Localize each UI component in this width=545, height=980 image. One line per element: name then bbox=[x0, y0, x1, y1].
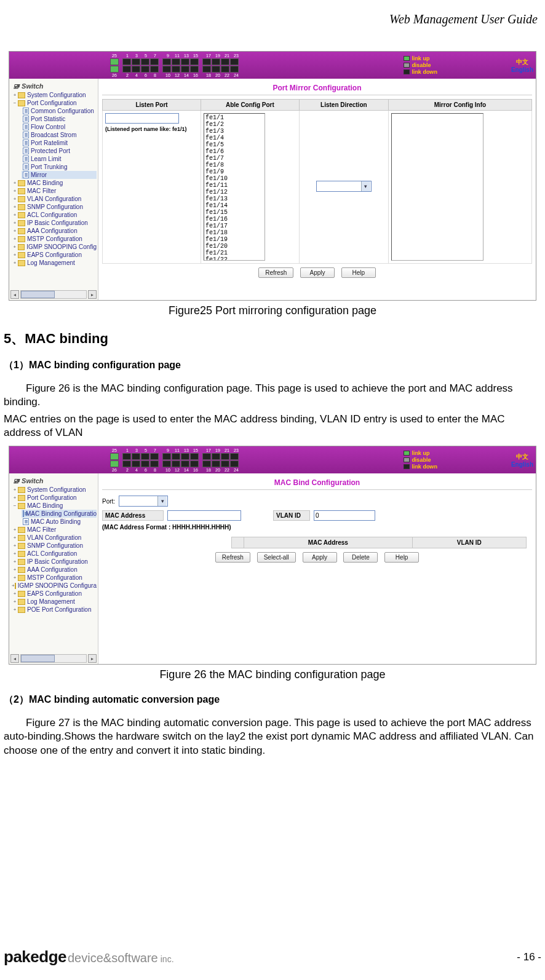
port-cell[interactable] bbox=[190, 460, 199, 467]
port-cell[interactable] bbox=[212, 66, 220, 73]
port-option[interactable]: fe1/5 bbox=[205, 141, 263, 148]
port-cell[interactable] bbox=[122, 66, 131, 73]
port-cell[interactable] bbox=[110, 453, 119, 460]
port-option[interactable]: fe1/15 bbox=[205, 209, 263, 216]
tree-item[interactable]: +MAC Binding bbox=[10, 179, 97, 187]
port-cell[interactable] bbox=[221, 58, 229, 65]
tree-item[interactable]: +ACL Configuration bbox=[10, 550, 97, 558]
port-cell[interactable] bbox=[141, 453, 149, 460]
help-button[interactable]: Help bbox=[384, 552, 419, 563]
tree-item[interactable]: Broadcast Strom bbox=[22, 131, 97, 139]
port-cell[interactable] bbox=[141, 58, 149, 65]
port-cell[interactable] bbox=[122, 453, 131, 460]
refresh-button[interactable]: Refresh bbox=[215, 552, 250, 563]
select-all-button[interactable]: Select-all bbox=[257, 552, 296, 563]
tree-item[interactable]: +POE Port Configuration bbox=[10, 606, 97, 614]
port-cell[interactable] bbox=[162, 66, 171, 73]
port-option[interactable]: fe1/4 bbox=[205, 135, 263, 141]
tree-item[interactable]: +SNMP Configuration bbox=[10, 542, 97, 550]
tree-item[interactable]: Port Ratelimit bbox=[22, 139, 97, 147]
port-cell[interactable] bbox=[221, 66, 229, 73]
tree-item[interactable]: Mirror bbox=[22, 171, 97, 179]
port-cell[interactable] bbox=[162, 58, 171, 65]
port-cell[interactable] bbox=[110, 58, 119, 65]
nav-tree[interactable]: 🖳 Switch +System Configuration−Port Conf… bbox=[9, 79, 98, 300]
scroll-left-icon[interactable]: ◂ bbox=[10, 654, 19, 663]
tree-item[interactable]: +ACL Configuration bbox=[10, 211, 97, 219]
port-option[interactable]: fe1/1 bbox=[205, 114, 263, 121]
port-option[interactable]: fe1/7 bbox=[205, 155, 263, 162]
tree-item[interactable]: +IP Basic Configuration bbox=[10, 558, 97, 566]
port-cell[interactable] bbox=[181, 66, 189, 73]
port-cell[interactable] bbox=[110, 460, 119, 467]
scroll-left-icon[interactable]: ◂ bbox=[10, 290, 19, 299]
port-cell[interactable] bbox=[141, 66, 149, 73]
tree-item[interactable]: +VLAN Configuration bbox=[10, 534, 97, 542]
tree-item[interactable]: +IGMP SNOOPING Configura bbox=[10, 582, 97, 590]
port-cell[interactable] bbox=[150, 58, 159, 65]
tree-item[interactable]: Port Trunking bbox=[22, 163, 97, 171]
port-cell[interactable] bbox=[122, 460, 131, 467]
port-option[interactable]: fe1/11 bbox=[205, 182, 263, 189]
port-option[interactable]: fe1/3 bbox=[205, 128, 263, 135]
port-cell[interactable] bbox=[230, 66, 239, 73]
tree-item[interactable]: +AAA Configuration bbox=[10, 227, 97, 235]
port-cell[interactable] bbox=[221, 460, 229, 467]
port-cell[interactable] bbox=[190, 453, 199, 460]
port-option[interactable]: fe1/16 bbox=[205, 216, 263, 223]
port-select[interactable] bbox=[119, 496, 168, 507]
lang-en[interactable]: English bbox=[511, 66, 533, 73]
port-option[interactable]: fe1/10 bbox=[205, 175, 263, 182]
port-cell[interactable] bbox=[172, 66, 180, 73]
port-option[interactable]: fe1/19 bbox=[205, 236, 263, 243]
scroll-thumb[interactable] bbox=[21, 655, 55, 662]
nav-tree-2[interactable]: 🖳 Switch +System Configuration+Port Conf… bbox=[9, 473, 98, 664]
mirror-info-textarea[interactable] bbox=[391, 113, 483, 261]
tree-item[interactable]: +EAPS Configuration bbox=[10, 251, 97, 259]
port-option[interactable]: fe1/8 bbox=[205, 162, 263, 168]
refresh-button[interactable]: Refresh bbox=[258, 267, 293, 278]
scroll-right-icon[interactable]: ▸ bbox=[88, 290, 97, 299]
tree-item[interactable]: +IP Basic Configuration bbox=[10, 219, 97, 227]
port-cell[interactable] bbox=[150, 66, 159, 73]
tree-item[interactable]: −MAC Binding bbox=[10, 502, 97, 510]
listen-port-input[interactable] bbox=[105, 113, 179, 124]
vlan-id-input[interactable] bbox=[314, 510, 375, 521]
tree-item[interactable]: Protected Port bbox=[22, 147, 97, 155]
language-toggle-2[interactable]: 中文 English bbox=[511, 452, 533, 468]
lang-zh[interactable]: 中文 bbox=[511, 452, 533, 461]
tree-item[interactable]: MAC Auto Binding bbox=[22, 518, 97, 526]
port-option[interactable]: fe1/17 bbox=[205, 223, 263, 229]
port-cell[interactable] bbox=[212, 58, 220, 65]
port-option[interactable]: fe1/9 bbox=[205, 168, 263, 175]
port-cell[interactable] bbox=[202, 453, 211, 460]
port-option[interactable]: fe1/2 bbox=[205, 121, 263, 128]
port-option[interactable]: fe1/22 bbox=[205, 256, 263, 261]
tree-item[interactable]: +VLAN Configuration bbox=[10, 195, 97, 203]
port-cell[interactable] bbox=[172, 453, 180, 460]
port-cell[interactable] bbox=[150, 460, 159, 467]
port-cell[interactable] bbox=[190, 66, 199, 73]
port-cell[interactable] bbox=[181, 453, 189, 460]
port-cell[interactable] bbox=[162, 460, 171, 467]
tree-hscroll-2[interactable]: ◂ ▸ bbox=[10, 654, 97, 663]
port-cell[interactable] bbox=[181, 460, 189, 467]
port-cell[interactable] bbox=[172, 58, 180, 65]
tree-item[interactable]: +MSTP Configuration bbox=[10, 235, 97, 243]
tree-item[interactable]: +MSTP Configuration bbox=[10, 574, 97, 582]
tree-item[interactable]: MAC Binding Configuratio bbox=[22, 510, 97, 518]
port-cell[interactable] bbox=[221, 453, 229, 460]
port-cell[interactable] bbox=[150, 453, 159, 460]
port-cell[interactable] bbox=[202, 58, 211, 65]
port-cell[interactable] bbox=[141, 460, 149, 467]
tree-item[interactable]: Port Statistic bbox=[22, 115, 97, 123]
help-button[interactable]: Help bbox=[341, 267, 376, 278]
tree-item[interactable]: +Log Management bbox=[10, 598, 97, 606]
port-cell[interactable] bbox=[132, 460, 140, 467]
port-cell[interactable] bbox=[212, 460, 220, 467]
language-toggle[interactable]: 中文 English bbox=[511, 58, 533, 73]
tree-item[interactable]: +SNMP Configuration bbox=[10, 203, 97, 211]
apply-button[interactable]: Apply bbox=[300, 267, 335, 278]
port-cell[interactable] bbox=[202, 66, 211, 73]
able-port-listbox[interactable]: fe1/1fe1/2fe1/3fe1/4fe1/5fe1/6fe1/7fe1/8… bbox=[204, 113, 265, 261]
